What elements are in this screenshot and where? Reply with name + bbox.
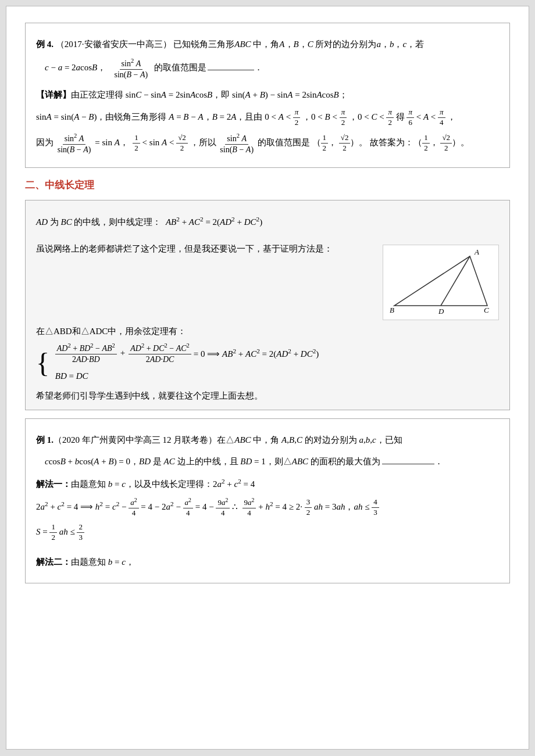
example4-label: 例 4. — [36, 40, 54, 49]
interval-l: 12 — [321, 133, 329, 153]
solution-header: 【详解】由正弦定理得 sinC − sinA = 2sinAcosB，即 sin… — [36, 86, 499, 103]
example1-box: 例 1.（2020 年广州黄冈中学高三 12 月联考卷）在△ABC 中，角 A,… — [25, 418, 510, 583]
svg-text:C: C — [484, 306, 489, 314]
sol1-header: 解法一：由题意知 b = c，以及中线长定理得：2a2 + c2 = 4 — [36, 475, 499, 493]
eq-condition-row: BD = DC — [55, 367, 319, 385]
svg-line-1 — [441, 256, 470, 306]
sol1-s-line: S = 12 ah ≤ 23 — [36, 522, 499, 543]
interval-r: √22 — [339, 133, 351, 153]
pi-half2: π2 — [340, 108, 347, 128]
ans-r: √22 — [440, 133, 452, 153]
svg-text:D: D — [438, 307, 444, 316]
svg-marker-0 — [394, 256, 487, 306]
example4-problem: 例 4. （2017·安徽省安庆一中高三） 已知锐角三角形ABC 中，角A，B，… — [36, 35, 499, 53]
example4-conditions: c − a = 2acosB， sin2 A sin(B − A) 的取值范围是… — [45, 57, 499, 80]
theorem-explanation-row: A B D C 虽说网络上的老师都讲烂了这个定理，但是我还要说一下，基于证明方法… — [36, 240, 499, 320]
frac-half: 12 — [133, 133, 140, 153]
theorem-hope-text: 希望老师们引导学生遇到中线，就要往这个定理上面去想。 — [36, 390, 499, 402]
sol1-line2: 2a2 + c2 = 4 ⟹ h2 = c2 − a24 = 4 − 2a2 −… — [36, 497, 499, 518]
two-thirds: 23 — [77, 522, 84, 543]
solution-line3: 因为 sin2 A sin(B − A) = sin A， 12 < sin A… — [36, 132, 499, 155]
solution-line2: sinA = sin(A − B)，由锐角三角形得 A = B − A，B = … — [36, 108, 499, 128]
svg-text:B: B — [390, 306, 394, 314]
sol2-header: 解法二：由题意知 b = c， — [36, 553, 499, 571]
svg-text:A: A — [474, 248, 479, 256]
pi-half3: π2 — [386, 108, 394, 128]
pi-4: π4 — [438, 108, 445, 128]
a2-4b: a24 — [183, 497, 193, 518]
eq2-frac: AD2 + DC2 − AC2 2AD·DC — [129, 342, 191, 365]
half-frac: 12 — [49, 522, 57, 543]
9a2-4: 9a24 — [216, 497, 230, 518]
example1-problem: 例 1.（2020 年广州黄冈中学高三 12 月联考卷）在△ABC 中，角 A,… — [36, 431, 499, 449]
pi-6: π6 — [406, 108, 414, 128]
eq1-frac: AD2 + BD2 − AB2 2AD·BD — [55, 342, 117, 365]
a2-4: a24 — [129, 497, 138, 518]
condition2-fraction: sin2 A sin(B − A) — [113, 57, 150, 80]
triangle-diagram: A B D C — [383, 245, 499, 320]
cosine-law-context: 在△ABD和△ADC中，用余弦定理有： — [36, 326, 499, 337]
frac1: sin2 A sin(B − A) — [56, 132, 93, 155]
system-equation: { AD2 + BD2 − AB2 2AD·BD + AD2 + DC2 − A… — [36, 342, 499, 385]
page: 例 4. （2017·安徽省安庆一中高三） 已知锐角三角形ABC 中，角A，B，… — [6, 6, 529, 750]
answer-blank — [208, 70, 254, 70]
example1-conditions: ccosB + bcos(A + B) = 0，BD 是 AC 边上的中线，且 … — [45, 453, 499, 470]
four-thirds: 43 — [372, 497, 379, 518]
example4-source: （2017·安徽省安庆一中高三） — [56, 40, 172, 49]
frac2: sin2 A sin(B − A) — [218, 132, 255, 155]
three-halves: 32 — [305, 497, 312, 518]
frac-sqrt2: √22 — [176, 133, 188, 153]
9a2-4c: 9a24 — [242, 497, 256, 518]
theorem-statement: AD 为 BC 的中线，则中线定理： AB2 + AC2 = 2(AD2 + D… — [36, 213, 499, 231]
section2-heading: 二、中线长定理 — [25, 178, 510, 192]
theorem-box: AD 为 BC 的中线，则中线定理： AB2 + AC2 = 2(AD2 + D… — [25, 200, 510, 410]
example4-box: 例 4. （2017·安徽省安庆一中高三） 已知锐角三角形ABC 中，角A，B，… — [25, 23, 510, 168]
eq1-row: AD2 + BD2 − AB2 2AD·BD + AD2 + DC2 − AC2… — [55, 342, 319, 365]
pi-half1: π2 — [293, 108, 301, 128]
ans-l: 12 — [422, 133, 430, 153]
